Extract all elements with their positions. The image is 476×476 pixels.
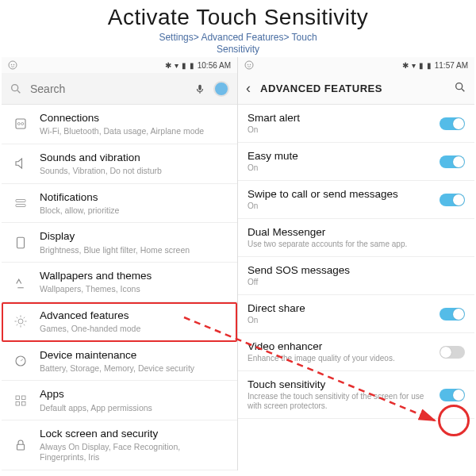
toggle-easy-mute[interactable] bbox=[440, 155, 465, 168]
mic-icon[interactable] bbox=[194, 83, 205, 95]
breadcrumb-line-2: Sensitivity bbox=[217, 44, 259, 55]
search-icon[interactable] bbox=[454, 81, 466, 97]
apps-icon bbox=[11, 393, 30, 408]
svg-line-4 bbox=[17, 90, 20, 93]
svg-rect-19 bbox=[17, 444, 25, 450]
row-sub: Default apps, App permissions bbox=[40, 403, 228, 413]
status-bar: ✱ ▾ ▮ ▮ 10:56 AM bbox=[2, 57, 237, 73]
row-label: Dual Messenger bbox=[248, 226, 465, 238]
svg-rect-16 bbox=[22, 396, 26, 400]
settings-row-wallpapers[interactable]: Wallpapers and themesWallpapers, Themes,… bbox=[2, 263, 237, 302]
row-label: Notifications bbox=[40, 191, 228, 204]
row-label: Smart alert bbox=[248, 112, 432, 124]
title-bar: ‹ ADVANCED FEATURES bbox=[238, 73, 474, 105]
row-label: Touch sensitivity bbox=[248, 378, 432, 390]
toggle-direct-share[interactable] bbox=[440, 308, 465, 321]
toggle-swipe-call[interactable] bbox=[440, 194, 465, 206]
settings-row-lock-security[interactable]: Lock screen and securityAlways On Displa… bbox=[2, 420, 237, 470]
row-sub: On bbox=[248, 163, 432, 173]
svg-point-22 bbox=[250, 64, 251, 66]
search-bar[interactable] bbox=[2, 73, 237, 105]
af-row-direct-share[interactable]: Direct shareOn bbox=[238, 295, 474, 333]
settings-row-display[interactable]: DisplayBrightness, Blue light filter, Ho… bbox=[2, 223, 237, 263]
af-row-dual-messenger[interactable]: Dual MessengerUse two separate accounts … bbox=[238, 219, 474, 257]
af-row-swipe-call[interactable]: Swipe to call or send messagesOn bbox=[238, 181, 474, 219]
bluetooth-icon: ✱ bbox=[165, 61, 171, 70]
row-label: Wallpapers and themes bbox=[40, 270, 228, 282]
row-label: Sounds and vibration bbox=[40, 152, 228, 164]
row-label: Direct share bbox=[248, 302, 432, 314]
row-sub: On bbox=[248, 125, 432, 135]
af-row-video-enhancer[interactable]: Video enhancerEnhance the image quality … bbox=[238, 333, 474, 371]
toggle-smart-alert[interactable] bbox=[440, 117, 465, 130]
svg-point-20 bbox=[245, 61, 253, 69]
svg-point-21 bbox=[248, 64, 249, 66]
svg-rect-17 bbox=[16, 401, 20, 405]
signal-icon: ▮ bbox=[182, 61, 186, 70]
svg-point-3 bbox=[12, 84, 18, 90]
status-time: 10:56 AM bbox=[198, 61, 231, 70]
svg-rect-12 bbox=[17, 237, 25, 248]
display-icon bbox=[11, 236, 30, 250]
bluetooth-icon: ✱ bbox=[402, 61, 409, 70]
battery-icon: ▮ bbox=[190, 61, 194, 70]
af-row-easy-mute[interactable]: Easy muteOn bbox=[238, 143, 474, 181]
svg-rect-10 bbox=[16, 199, 25, 202]
row-label: Swipe to call or send messages bbox=[248, 188, 432, 200]
search-input[interactable] bbox=[30, 83, 186, 95]
row-sub: Wi-Fi, Bluetooth, Data usage, Airplane m… bbox=[40, 126, 228, 136]
row-label: Lock screen and security bbox=[40, 428, 228, 440]
svg-point-23 bbox=[456, 83, 463, 89]
settings-row-apps[interactable]: AppsDefault apps, App permissions bbox=[2, 381, 237, 420]
connections-icon bbox=[11, 117, 30, 131]
row-sub: Always On Display, Face Recognition, Fin… bbox=[40, 442, 228, 462]
breadcrumb-line-1: Settings> Advanced Features> Touch bbox=[159, 32, 317, 43]
sound-icon bbox=[11, 156, 30, 171]
wifi-icon: ▾ bbox=[175, 61, 178, 70]
screen-title: ADVANCED FEATURES bbox=[260, 83, 382, 94]
row-sub: Enhance the image quality of your videos… bbox=[248, 354, 432, 363]
page-title: Activate Touch Sensitivity bbox=[0, 5, 476, 30]
svg-point-9 bbox=[21, 123, 24, 125]
af-row-sos[interactable]: Send SOS messagesOff bbox=[238, 257, 474, 295]
row-label: Device maintenance bbox=[40, 349, 228, 362]
toggle-touch-sensitivity[interactable] bbox=[440, 389, 465, 401]
back-icon[interactable]: ‹ bbox=[246, 80, 251, 97]
svg-point-1 bbox=[11, 64, 13, 66]
row-sub: On bbox=[248, 316, 432, 325]
settings-row-sounds[interactable]: Sounds and vibrationSounds, Vibration, D… bbox=[2, 144, 237, 184]
settings-row-device-maint[interactable]: Device maintenanceBattery, Storage, Memo… bbox=[2, 342, 237, 382]
row-sub: Games, One-handed mode bbox=[40, 324, 228, 334]
row-sub: Use two separate accounts for the same a… bbox=[248, 240, 465, 249]
row-label: Connections bbox=[40, 112, 228, 125]
row-sub: Wallpapers, Themes, Icons bbox=[40, 284, 228, 294]
svg-point-0 bbox=[9, 61, 17, 69]
row-sub: Brightness, Blue light filter, Home scre… bbox=[40, 245, 228, 255]
toggle-video-enhancer[interactable] bbox=[440, 346, 465, 359]
row-sub: Increase the touch sensitivity of the sc… bbox=[248, 392, 432, 411]
avatar[interactable] bbox=[213, 81, 229, 97]
advanced-icon bbox=[11, 314, 30, 328]
wallpaper-icon bbox=[11, 275, 30, 290]
row-label: Send SOS messages bbox=[248, 264, 465, 276]
device-maint-icon bbox=[11, 354, 30, 368]
svg-line-24 bbox=[462, 89, 464, 91]
settings-row-connections[interactable]: ConnectionsWi-Fi, Bluetooth, Data usage,… bbox=[2, 105, 237, 144]
row-label: Display bbox=[40, 230, 228, 243]
svg-rect-18 bbox=[22, 401, 26, 405]
row-sub: Block, allow, prioritize bbox=[40, 205, 228, 216]
signal-icon: ▮ bbox=[419, 61, 424, 70]
settings-row-notifications[interactable]: NotificationsBlock, allow, prioritize bbox=[2, 184, 237, 224]
lock-icon bbox=[11, 438, 30, 452]
svg-point-2 bbox=[13, 64, 15, 66]
af-row-smart-alert[interactable]: Smart alertOn bbox=[238, 105, 474, 143]
svg-rect-11 bbox=[16, 204, 25, 206]
phone-advanced-features: ✱ ▾ ▮ ▮ 11:57 AM ‹ ADVANCED FEATURES Sma… bbox=[238, 57, 474, 470]
svg-rect-5 bbox=[198, 84, 202, 90]
svg-point-8 bbox=[17, 123, 20, 125]
row-sub: Off bbox=[248, 278, 465, 287]
af-row-touch-sensitivity[interactable]: Touch sensitivityIncrease the touch sens… bbox=[238, 371, 474, 419]
row-sub: On bbox=[248, 202, 432, 211]
settings-row-advanced-features[interactable]: Advanced featuresGames, One-handed mode bbox=[2, 302, 237, 342]
notifications-icon bbox=[11, 196, 30, 210]
